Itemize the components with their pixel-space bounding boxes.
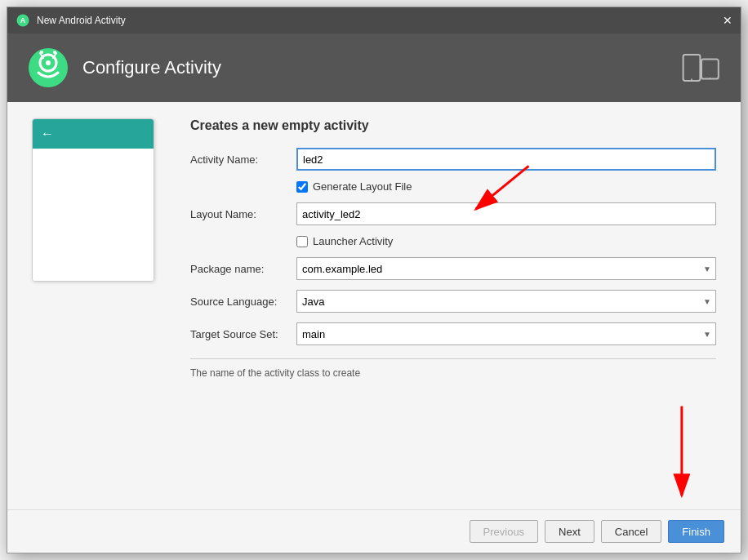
package-name-row: Package name: com.example.led ▼ [190, 257, 716, 280]
back-arrow-icon: ← [41, 127, 54, 141]
header-title: Configure Activity [82, 57, 221, 78]
device-icon [682, 51, 721, 84]
generate-layout-label: Generate Layout File [313, 180, 412, 193]
target-source-set-row: Target Source Set: main ▼ [190, 322, 716, 345]
svg-rect-10 [701, 60, 719, 79]
launcher-activity-checkbox[interactable] [296, 236, 308, 247]
package-name-select[interactable]: com.example.led [296, 257, 716, 280]
layout-name-row: Layout Name: [190, 202, 716, 225]
package-name-label: Package name: [190, 263, 296, 275]
svg-point-8 [53, 51, 56, 54]
previous-button[interactable]: Previous [470, 520, 539, 543]
generate-layout-row: Generate Layout File [296, 180, 716, 193]
hint-text: The name of the activity class to create [190, 367, 716, 379]
generate-layout-checkbox[interactable] [296, 181, 308, 193]
header: Configure Activity [7, 33, 741, 102]
header-logo [27, 47, 69, 89]
finish-button[interactable]: Finish [668, 520, 724, 543]
phone-preview-body [33, 149, 154, 281]
android-title-icon: A [16, 13, 30, 28]
preview-panel: ← [32, 118, 171, 493]
launcher-activity-label: Launcher Activity [313, 235, 393, 247]
svg-text:A: A [20, 16, 26, 24]
svg-rect-9 [683, 55, 701, 81]
source-language-label: Source Language: [190, 296, 296, 308]
form-section-title: Creates a new empty activity [190, 118, 716, 133]
dialog-window: A New Android Activity ✕ Configure Activ… [7, 7, 741, 553]
activity-name-label: Activity Name: [190, 153, 296, 166]
package-name-wrapper: com.example.led ▼ [296, 257, 716, 280]
header-left: Configure Activity [27, 47, 221, 89]
form-divider [190, 358, 716, 359]
svg-point-7 [40, 51, 43, 54]
title-bar: A New Android Activity ✕ [7, 7, 741, 33]
content-area: ← Creates a new empty activity Activity … [7, 102, 741, 509]
title-bar-text: New Android Activity [37, 15, 126, 26]
target-source-set-wrapper: main ▼ [296, 322, 716, 345]
close-button[interactable]: ✕ [723, 15, 732, 26]
target-source-set-label: Target Source Set: [190, 328, 296, 340]
source-language-select[interactable]: Java Kotlin [296, 290, 716, 313]
activity-name-input[interactable] [296, 148, 716, 171]
phone-preview-header: ← [33, 119, 154, 149]
cancel-button[interactable]: Cancel [601, 520, 661, 543]
layout-name-label: Layout Name: [190, 208, 296, 220]
layout-name-input[interactable] [296, 202, 716, 225]
source-language-wrapper: Java Kotlin ▼ [296, 290, 716, 313]
target-source-set-select[interactable]: main [296, 322, 716, 345]
form-area: Creates a new empty activity Activity Na… [190, 118, 716, 493]
phone-preview: ← [32, 118, 154, 282]
activity-name-row: Activity Name: [190, 148, 716, 171]
title-bar-left: A New Android Activity [16, 13, 126, 28]
footer: Previous Next Cancel Finish [7, 509, 741, 553]
svg-point-4 [46, 60, 51, 65]
launcher-activity-row: Launcher Activity [296, 235, 716, 247]
source-language-row: Source Language: Java Kotlin ▼ [190, 290, 716, 313]
next-button[interactable]: Next [545, 520, 594, 543]
